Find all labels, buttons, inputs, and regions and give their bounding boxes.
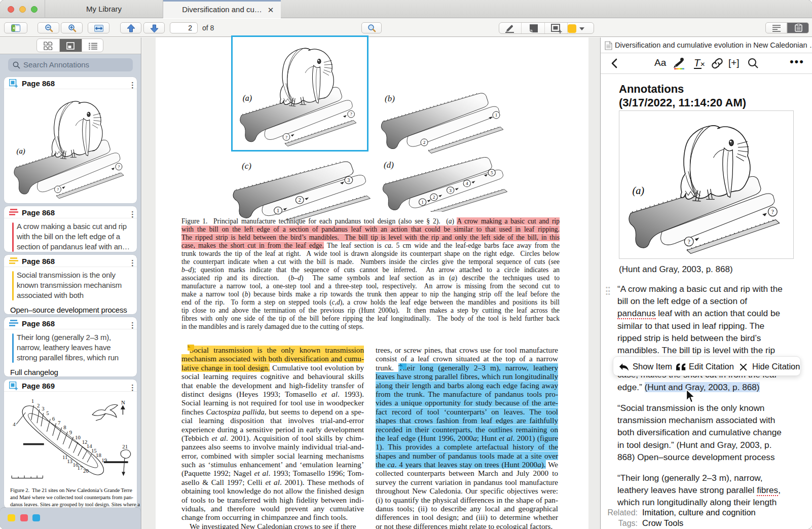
- svg-text:5: 5: [491, 170, 493, 175]
- svg-text:3: 3: [347, 177, 350, 183]
- svg-text:2: 2: [299, 197, 301, 203]
- svg-text:1: 1: [421, 200, 424, 205]
- svg-text:1: 1: [495, 112, 498, 118]
- svg-text:4: 4: [466, 181, 468, 186]
- svg-text:1: 1: [277, 208, 279, 213]
- svg-text:2: 2: [433, 195, 435, 200]
- svg-text:2: 2: [423, 140, 426, 145]
- svg-text:3: 3: [449, 188, 452, 193]
